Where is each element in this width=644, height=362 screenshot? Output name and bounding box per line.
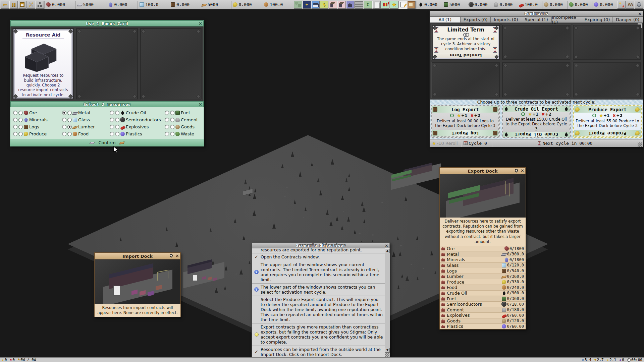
tab-danger[interactable]: Danger (0) [612, 16, 643, 23]
semiconductors-radio-2[interactable] [115, 118, 119, 122]
construction-a-tool-button[interactable] [329, 1, 337, 9]
resize-grip[interactable] [638, 142, 642, 147]
ore-radio-1[interactable] [13, 111, 17, 115]
map-pin-icon[interactable] [514, 168, 519, 173]
crude-oil-radio-1[interactable] [110, 111, 114, 115]
export-dock-titlebar[interactable]: Export Dock ✕ [440, 168, 526, 174]
shield-button[interactable] [635, 1, 643, 9]
plastics-radio-2[interactable] [115, 132, 119, 136]
offer-card-logs[interactable]: Log Export★+1✖+2Deliver at least 90.00 L… [431, 105, 500, 138]
scroll-up-icon[interactable]: ▲ [385, 248, 390, 253]
tab-expiring[interactable]: Expiring (0) [582, 16, 613, 23]
reports-tool-button[interactable] [372, 1, 381, 9]
save-button[interactable] [18, 1, 26, 9]
reputation-star-value: 0 [5, 358, 7, 362]
explosives-radio-1[interactable] [110, 125, 114, 129]
tab-special[interactable]: Special (1) [521, 16, 552, 23]
cement-radio-2[interactable] [170, 118, 174, 122]
close-icon[interactable]: ✕ [175, 253, 179, 258]
fuel-radio-1[interactable] [165, 111, 169, 115]
logs-radio-2[interactable] [18, 125, 23, 129]
reputation-reward: ★+1 [457, 113, 467, 118]
minerals-radio-1[interactable] [13, 118, 17, 122]
map-pin-icon[interactable] [169, 253, 173, 258]
navigation-tool-button[interactable]: ✦ [303, 1, 311, 9]
tab-exports[interactable]: Exports (0) [461, 16, 491, 23]
contracts-titlebar[interactable]: Contracts ✕ [430, 11, 643, 16]
minerals-radio-2[interactable] [18, 118, 23, 122]
tree-icon [326, 209, 329, 215]
logs-radio-1[interactable] [13, 125, 17, 129]
close-icon[interactable]: ✕ [199, 21, 202, 26]
node [39, 2, 41, 4]
settings-button[interactable] [27, 1, 35, 9]
lumber-radio-2[interactable] [67, 125, 72, 129]
select-window-titlebar[interactable]: Select 2 resources ✕ [10, 101, 204, 107]
ore-radio-2[interactable] [18, 111, 23, 115]
waste-radio-2[interactable] [170, 132, 174, 136]
pause-button[interactable] [9, 1, 18, 9]
tab-incomplete[interactable]: Incomplete (1) [552, 16, 582, 23]
confirm-button[interactable]: Confirm [98, 140, 115, 145]
produce-amount: 0/330.0 [502, 280, 524, 284]
tracks-tool-button[interactable] [355, 1, 363, 9]
reputation-tool-button[interactable]: ★ [390, 1, 398, 9]
food-radio-1[interactable] [62, 132, 66, 136]
produce-radio-1[interactable] [13, 132, 17, 136]
import-dock-map-sprite[interactable] [183, 260, 226, 288]
objectives-scrollbar[interactable]: ▲ ▼ [385, 248, 390, 357]
cement-radio-1[interactable] [165, 118, 169, 122]
offer-card-description: Deliver at least 150.0 Crude Oil to the … [503, 117, 570, 132]
plastics-icon [594, 2, 598, 7]
messages-button[interactable] [617, 1, 626, 9]
close-icon[interactable]: ✕ [385, 243, 388, 248]
plastics-radio-1[interactable] [110, 132, 114, 136]
metal-radio-2[interactable] [67, 111, 72, 115]
offer-card-crude-oil[interactable]: Crude Oil Export★+1✖+2Deliver at least 1… [502, 105, 571, 138]
offer-card-produce[interactable]: Produce Export★+1✖+2Deliver at least 55.… [573, 105, 642, 138]
power-tool-button[interactable]: ϟ [320, 1, 328, 9]
network-button[interactable] [36, 1, 44, 9]
scroll-down-icon[interactable]: ▼ [385, 348, 390, 353]
bridges-button[interactable]: ΛΛ [626, 1, 634, 9]
trains-tool-button[interactable] [311, 1, 320, 9]
back-button[interactable]: ← [1, 1, 9, 9]
terraform-tool-button[interactable]: ↕ [364, 1, 372, 9]
offer-card-mirrored-band: Produce Export [574, 130, 641, 136]
bonus-window-titlebar[interactable]: Use 1 Bonus Card ✕ [10, 20, 204, 26]
plastics-label: Plastics [447, 324, 500, 329]
close-icon[interactable]: ✕ [199, 102, 202, 107]
resize-grip[interactable] [385, 353, 389, 357]
resource-aid-card[interactable]: Resource Aid Request resources to build … [14, 29, 72, 98]
export-dock-map-sprite[interactable] [391, 164, 444, 187]
landmarks-tool-button[interactable] [346, 1, 355, 9]
goods-radio-1[interactable] [165, 125, 169, 129]
waste-radio-1[interactable] [165, 132, 169, 136]
glass-radio-1[interactable] [62, 118, 66, 122]
food-radio-2[interactable] [67, 132, 72, 136]
lumber-radio-1[interactable] [62, 125, 66, 129]
close-icon[interactable]: ✕ [638, 11, 642, 16]
produce-radio-2[interactable] [18, 132, 23, 136]
fuel-radio-2[interactable] [170, 111, 174, 115]
reroll-button[interactable]: ★ -10 Reroll [430, 139, 462, 147]
bonus-cards-tool-button[interactable] [381, 1, 389, 9]
contracts-tool-button[interactable] [398, 1, 407, 9]
explosives-radio-2[interactable] [115, 125, 119, 129]
terrain-tool-button[interactable] [294, 1, 302, 9]
construction-b-tool-button[interactable] [337, 1, 346, 9]
tab-imports[interactable]: Imports (0) [491, 16, 521, 23]
overview-tool-button[interactable] [407, 1, 416, 9]
crude-oil-radio-2[interactable] [115, 111, 119, 115]
tab-all[interactable]: All (1) [430, 16, 461, 23]
import-dock-titlebar[interactable]: Import Dock ✕ [95, 253, 180, 259]
objectives-titlebar[interactable]: Scenario Objectives ✕ [252, 243, 390, 248]
glass-radio-2[interactable] [67, 118, 72, 122]
semiconductors-radio-1[interactable] [110, 118, 114, 122]
limited-term-card[interactable]: Limited Term The game ends at the start … [433, 26, 499, 59]
metal-radio-1[interactable] [62, 111, 66, 115]
close-icon[interactable]: ✕ [521, 168, 524, 173]
tree-icon [417, 277, 419, 280]
goods-radio-2[interactable] [170, 125, 174, 129]
depot-map-sprite[interactable] [243, 188, 254, 196]
